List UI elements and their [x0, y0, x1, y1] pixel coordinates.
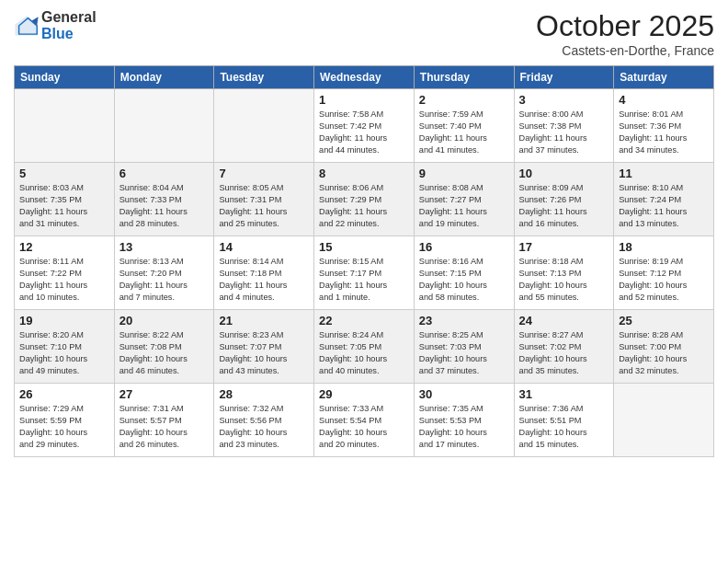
table-row — [614, 384, 714, 457]
day-number: 7 — [219, 167, 309, 180]
day-number: 9 — [419, 167, 509, 180]
table-row: 2Sunrise: 7:59 AM Sunset: 7:40 PM Daylig… — [414, 89, 514, 163]
day-number: 27 — [119, 387, 210, 401]
table-row: 6Sunrise: 8:04 AM Sunset: 7:33 PM Daylig… — [114, 163, 214, 236]
day-number: 20 — [119, 314, 210, 327]
calendar-week-row: 19Sunrise: 8:20 AM Sunset: 7:10 PM Dayli… — [15, 310, 714, 384]
day-number: 10 — [519, 167, 609, 180]
day-info: Sunrise: 8:00 AM Sunset: 7:38 PM Dayligh… — [519, 109, 609, 156]
day-info: Sunrise: 7:32 AM Sunset: 5:56 PM Dayligh… — [219, 403, 309, 451]
calendar-week-row: 12Sunrise: 8:11 AM Sunset: 7:22 PM Dayli… — [15, 236, 714, 310]
day-info: Sunrise: 7:35 AM Sunset: 5:53 PM Dayligh… — [419, 403, 509, 451]
logo-general-text: General — [41, 9, 97, 26]
day-info: Sunrise: 8:25 AM Sunset: 7:03 PM Dayligh… — [419, 329, 509, 377]
table-row: 22Sunrise: 8:24 AM Sunset: 7:05 PM Dayli… — [314, 310, 415, 384]
table-row: 27Sunrise: 7:31 AM Sunset: 5:57 PM Dayli… — [114, 384, 214, 457]
table-row: 28Sunrise: 7:32 AM Sunset: 5:56 PM Dayli… — [214, 384, 314, 457]
table-row: 16Sunrise: 8:16 AM Sunset: 7:15 PM Dayli… — [414, 236, 514, 310]
calendar-week-row: 26Sunrise: 7:29 AM Sunset: 5:59 PM Dayli… — [15, 384, 714, 457]
logo-icon — [14, 13, 40, 39]
table-row: 23Sunrise: 8:25 AM Sunset: 7:03 PM Dayli… — [414, 310, 514, 384]
day-number: 19 — [19, 314, 109, 327]
calendar: Sunday Monday Tuesday Wednesday Thursday… — [14, 65, 714, 457]
day-info: Sunrise: 8:04 AM Sunset: 7:33 PM Dayligh… — [119, 182, 210, 230]
calendar-week-row: 5Sunrise: 8:03 AM Sunset: 7:35 PM Daylig… — [15, 163, 714, 236]
day-number: 22 — [319, 314, 409, 327]
table-row: 5Sunrise: 8:03 AM Sunset: 7:35 PM Daylig… — [15, 163, 115, 236]
table-row — [15, 89, 115, 163]
day-info: Sunrise: 7:36 AM Sunset: 5:51 PM Dayligh… — [519, 403, 609, 451]
day-info: Sunrise: 8:01 AM Sunset: 7:36 PM Dayligh… — [619, 109, 709, 156]
day-number: 23 — [419, 314, 509, 327]
day-number: 28 — [219, 387, 309, 401]
day-info: Sunrise: 7:33 AM Sunset: 5:54 PM Dayligh… — [319, 403, 409, 451]
table-row: 20Sunrise: 8:22 AM Sunset: 7:08 PM Dayli… — [114, 310, 214, 384]
table-row: 10Sunrise: 8:09 AM Sunset: 7:26 PM Dayli… — [514, 163, 614, 236]
table-row: 13Sunrise: 8:13 AM Sunset: 7:20 PM Dayli… — [114, 236, 214, 310]
table-row: 3Sunrise: 8:00 AM Sunset: 7:38 PM Daylig… — [514, 89, 614, 163]
day-info: Sunrise: 8:15 AM Sunset: 7:17 PM Dayligh… — [319, 256, 409, 304]
col-friday: Friday — [514, 66, 614, 89]
day-number: 11 — [619, 167, 709, 180]
day-number: 17 — [519, 240, 609, 254]
day-info: Sunrise: 8:08 AM Sunset: 7:27 PM Dayligh… — [419, 182, 509, 230]
title-block: October 2025 Castets-en-Dorthe, France — [536, 9, 714, 58]
day-info: Sunrise: 8:05 AM Sunset: 7:31 PM Dayligh… — [219, 182, 309, 230]
day-info: Sunrise: 8:20 AM Sunset: 7:10 PM Dayligh… — [19, 329, 109, 377]
col-sunday: Sunday — [15, 66, 115, 89]
table-row: 12Sunrise: 8:11 AM Sunset: 7:22 PM Dayli… — [15, 236, 115, 310]
day-number: 26 — [19, 387, 109, 401]
table-row: 4Sunrise: 8:01 AM Sunset: 7:36 PM Daylig… — [614, 89, 714, 163]
day-info: Sunrise: 7:58 AM Sunset: 7:42 PM Dayligh… — [319, 109, 409, 156]
table-row: 30Sunrise: 7:35 AM Sunset: 5:53 PM Dayli… — [414, 384, 514, 457]
table-row: 17Sunrise: 8:18 AM Sunset: 7:13 PM Dayli… — [514, 236, 614, 310]
day-info: Sunrise: 8:16 AM Sunset: 7:15 PM Dayligh… — [419, 256, 509, 304]
day-info: Sunrise: 8:18 AM Sunset: 7:13 PM Dayligh… — [519, 256, 609, 304]
day-number: 15 — [319, 240, 409, 254]
table-row: 8Sunrise: 8:06 AM Sunset: 7:29 PM Daylig… — [314, 163, 415, 236]
table-row — [114, 89, 214, 163]
day-number: 18 — [619, 240, 709, 254]
table-row: 31Sunrise: 7:36 AM Sunset: 5:51 PM Dayli… — [514, 384, 614, 457]
table-row: 21Sunrise: 8:23 AM Sunset: 7:07 PM Dayli… — [214, 310, 314, 384]
day-info: Sunrise: 8:11 AM Sunset: 7:22 PM Dayligh… — [19, 256, 109, 304]
day-number: 5 — [19, 167, 109, 180]
day-info: Sunrise: 8:14 AM Sunset: 7:18 PM Dayligh… — [219, 256, 309, 304]
day-number: 12 — [19, 240, 109, 254]
day-number: 16 — [419, 240, 509, 254]
day-number: 30 — [419, 387, 509, 401]
day-number: 29 — [319, 387, 409, 401]
day-number: 2 — [419, 93, 509, 107]
day-number: 25 — [619, 314, 709, 327]
col-tuesday: Tuesday — [214, 66, 314, 89]
day-number: 4 — [619, 93, 709, 107]
table-row: 29Sunrise: 7:33 AM Sunset: 5:54 PM Dayli… — [314, 384, 415, 457]
day-info: Sunrise: 8:13 AM Sunset: 7:20 PM Dayligh… — [119, 256, 210, 304]
table-row: 15Sunrise: 8:15 AM Sunset: 7:17 PM Dayli… — [314, 236, 415, 310]
day-number: 14 — [219, 240, 309, 254]
day-info: Sunrise: 7:29 AM Sunset: 5:59 PM Dayligh… — [19, 403, 109, 451]
table-row: 14Sunrise: 8:14 AM Sunset: 7:18 PM Dayli… — [214, 236, 314, 310]
day-info: Sunrise: 7:59 AM Sunset: 7:40 PM Dayligh… — [419, 109, 509, 156]
col-wednesday: Wednesday — [314, 66, 415, 89]
table-row: 1Sunrise: 7:58 AM Sunset: 7:42 PM Daylig… — [314, 89, 415, 163]
logo: General Blue — [14, 9, 97, 41]
table-row: 7Sunrise: 8:05 AM Sunset: 7:31 PM Daylig… — [214, 163, 314, 236]
day-number: 8 — [319, 167, 409, 180]
table-row — [214, 89, 314, 163]
table-row: 25Sunrise: 8:28 AM Sunset: 7:00 PM Dayli… — [614, 310, 714, 384]
day-info: Sunrise: 7:31 AM Sunset: 5:57 PM Dayligh… — [119, 403, 210, 451]
day-info: Sunrise: 8:23 AM Sunset: 7:07 PM Dayligh… — [219, 329, 309, 377]
col-saturday: Saturday — [614, 66, 714, 89]
day-info: Sunrise: 8:22 AM Sunset: 7:08 PM Dayligh… — [119, 329, 210, 377]
table-row: 11Sunrise: 8:10 AM Sunset: 7:24 PM Dayli… — [614, 163, 714, 236]
calendar-header-row: Sunday Monday Tuesday Wednesday Thursday… — [15, 66, 714, 89]
table-row: 24Sunrise: 8:27 AM Sunset: 7:02 PM Dayli… — [514, 310, 614, 384]
day-info: Sunrise: 8:03 AM Sunset: 7:35 PM Dayligh… — [19, 182, 109, 230]
location: Castets-en-Dorthe, France — [536, 43, 714, 58]
table-row: 26Sunrise: 7:29 AM Sunset: 5:59 PM Dayli… — [15, 384, 115, 457]
calendar-week-row: 1Sunrise: 7:58 AM Sunset: 7:42 PM Daylig… — [15, 89, 714, 163]
col-thursday: Thursday — [414, 66, 514, 89]
day-number: 6 — [119, 167, 210, 180]
logo-text: General Blue — [41, 9, 97, 41]
